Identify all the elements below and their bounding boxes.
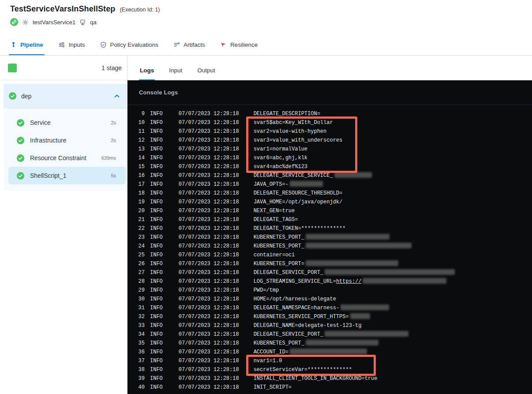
log-level: INFO	[150, 215, 163, 224]
highlight-annotation-box	[246, 116, 357, 173]
log-level: INFO	[150, 118, 163, 127]
execution-page: TestServiceVarsInShellStep (Execution Id…	[0, 0, 532, 394]
tab-label: Resilience	[230, 41, 258, 48]
log-level: INFO	[150, 295, 163, 304]
log-line-number: 35	[127, 339, 145, 348]
log-line: 24INFO07/07/2023 12:28:18KUBERNETES_PORT…	[127, 242, 532, 251]
log-line: 40INFO07/07/2023 12:28:18INIT_SCRIPT=	[127, 383, 532, 392]
environment-name[interactable]: qa	[90, 19, 96, 26]
tab-artifacts[interactable]: Artifacts	[173, 34, 205, 55]
redacted-text	[290, 181, 323, 187]
log-level: INFO	[150, 206, 163, 215]
log-level: INFO	[150, 365, 163, 374]
log-line: 28INFO07/07/2023 12:28:18LOG_STREAMING_S…	[127, 277, 532, 286]
log-line: 19INFO07/07/2023 12:28:18JAVA_HOME=/opt/…	[127, 198, 532, 206]
environment-icon	[79, 19, 86, 26]
log-level: INFO	[150, 224, 163, 233]
step-duration: 5s	[111, 173, 116, 178]
tab-label: Pipeline	[20, 41, 43, 48]
log-level: INFO	[150, 268, 163, 277]
log-line-number: 18	[127, 189, 145, 198]
tab-inputs[interactable]: Inputs	[58, 34, 85, 55]
log-line-number: 22	[127, 224, 145, 233]
log-url-link[interactable]: https://	[336, 278, 362, 285]
stage-group-dep[interactable]: dep	[4, 84, 127, 108]
redacted-text	[306, 260, 398, 266]
step-infrastructure[interactable]: Infrastructure2s	[8, 131, 126, 149]
log-message: PWD=/tmp	[254, 286, 279, 295]
log-line-number: 15	[127, 162, 145, 171]
log-timestamp: 07/07/2023 12:28:18	[179, 259, 239, 268]
log-line-number: 28	[127, 277, 145, 286]
log-timestamp: 07/07/2023 12:28:18	[179, 242, 239, 251]
log-message: NEXT_GEN=true	[254, 206, 295, 215]
log-line: 23INFO07/07/2023 12:28:18KUBERNETES_PORT…	[127, 233, 532, 242]
check-circle-icon	[17, 119, 24, 127]
log-timestamp: 07/07/2023 12:28:18	[179, 268, 239, 277]
log-line-number: 23	[127, 233, 145, 242]
log-line-number: 24	[127, 242, 145, 251]
log-timestamp: 07/07/2023 12:28:18	[179, 356, 239, 365]
tab-resilience[interactable]: Resilience	[220, 34, 258, 55]
stage-summary-bar[interactable]: 1 stage	[0, 56, 127, 80]
log-message: container=oci	[254, 251, 295, 259]
log-line-number: 34	[127, 330, 145, 339]
log-line-number: 31	[127, 304, 145, 312]
log-line: 29INFO07/07/2023 12:28:18PWD=/tmp	[127, 286, 532, 295]
service-name[interactable]: testVarsService1	[33, 19, 75, 26]
log-message: KUBERNETES_PORT_	[254, 242, 412, 251]
log-message: JAVA_HOME=/opt/java/openjdk/	[254, 198, 343, 206]
redacted-text	[350, 313, 370, 319]
step-duration: 2s	[111, 138, 116, 143]
log-level: INFO	[150, 136, 163, 145]
log-line: 26INFO07/07/2023 12:28:18KUBERNETES_PORT…	[127, 259, 532, 268]
tab-policy-evaluations[interactable]: Policy Evaluations	[100, 34, 159, 55]
log-message: KUBERNETES_SERVICE_PORT_HTTPS=	[254, 312, 370, 321]
log-timestamp: 07/07/2023 12:28:18	[179, 189, 239, 198]
log-level: INFO	[150, 356, 163, 365]
log-level: INFO	[150, 154, 163, 162]
tab-label: Inputs	[69, 41, 85, 48]
log-timestamp: 07/07/2023 12:28:18	[179, 224, 239, 233]
header-meta-row: testVarsService1 qa	[10, 18, 532, 26]
log-message: KUBERNETES_PORT_	[254, 233, 390, 242]
log-timestamp: 07/07/2023 12:28:18	[179, 109, 239, 118]
log-timestamp: 07/07/2023 12:28:18	[179, 348, 239, 356]
log-timestamp: 07/07/2023 12:28:18	[179, 180, 239, 189]
step-label: Resource Constraint	[30, 154, 96, 161]
check-circle-icon	[17, 137, 24, 144]
log-timestamp: 07/07/2023 12:28:18	[179, 251, 239, 259]
log-line: 32INFO07/07/2023 12:28:18KUBERNETES_SERV…	[127, 312, 532, 321]
step-resource-constraint[interactable]: Resource Constraint639ms	[8, 149, 126, 167]
log-line-number: 30	[127, 295, 145, 304]
redacted-text	[306, 234, 390, 240]
step-label: Infrastructure	[30, 137, 105, 144]
log-tab-input[interactable]: Input	[168, 67, 183, 80]
redacted-text	[306, 243, 412, 248]
check-circle-icon	[17, 172, 24, 180]
log-line: 34INFO07/07/2023 12:28:18DELEGATE_SERVIC…	[127, 330, 532, 339]
log-line-number: 20	[127, 206, 145, 215]
step-shellscript-1[interactable]: ShellScript_15s	[8, 167, 126, 184]
log-line-number: 36	[127, 348, 145, 356]
step-service[interactable]: Service2s	[8, 114, 126, 131]
log-level: INFO	[150, 162, 163, 171]
log-line: 18INFO07/07/2023 12:28:18DELEGATE_RESOUR…	[127, 189, 532, 198]
resilience-icon	[220, 41, 227, 48]
log-timestamp: 07/07/2023 12:28:18	[179, 339, 239, 348]
tab-pipeline[interactable]: Pipeline	[10, 34, 43, 55]
log-level: INFO	[150, 312, 163, 321]
log-message: LOG_STREAMING_SERVICE_URL=https://	[254, 277, 447, 286]
execution-detail-pane: LogsInputOutput Console Logs 9INFO07/07/…	[127, 56, 532, 394]
log-tab-output[interactable]: Output	[196, 67, 216, 80]
log-line-number: 10	[127, 118, 145, 127]
log-level: INFO	[150, 383, 163, 392]
log-line-number: 26	[127, 259, 145, 268]
redacted-text	[341, 304, 389, 310]
chevron-up-icon[interactable]	[114, 93, 120, 99]
log-timestamp: 07/07/2023 12:28:18	[179, 312, 239, 321]
page-header: TestServiceVarsInShellStep (Execution Id…	[0, 0, 532, 34]
log-tab-logs[interactable]: Logs	[139, 67, 155, 80]
step-label: Service	[30, 119, 105, 126]
log-timestamp: 07/07/2023 12:28:18	[179, 136, 239, 145]
